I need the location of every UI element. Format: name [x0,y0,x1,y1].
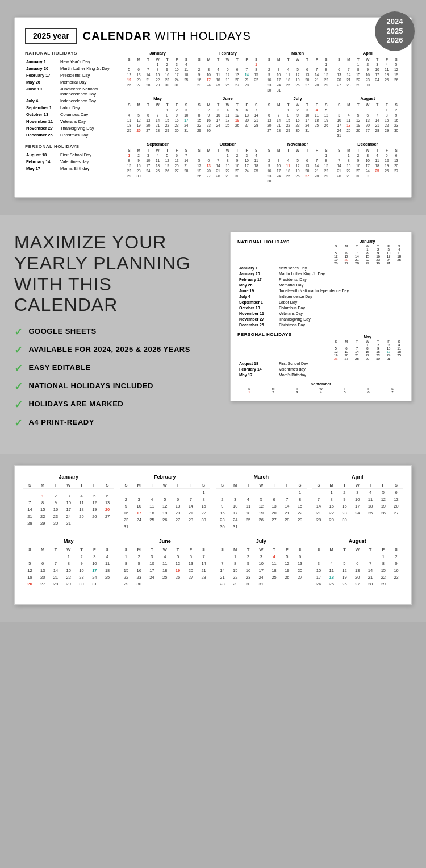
marketing-title: MAXIMIZE YOUR YEARLY PLANNING WITH THIS … [14,232,219,315]
check-icon: ✓ [14,362,23,375]
table-row: February 17Presidents' Day [25,72,119,78]
month-january: January SMTWTFS 1234 567891011 121314151… [124,51,191,93]
preview-pers-table: August 18First School Day February 14Val… [237,360,404,377]
holidays-sidebar: NATIONAL HOLIDAYS January 1New Year's Da… [25,51,119,187]
preview-may-cal: May SMTWTFS 123 45678910 11121314151617 … [331,335,404,360]
table-row: January 20Martin Luther King Jr. Day [237,271,404,276]
personal-holidays-table: August 18First School Day February 14Val… [25,151,119,172]
month-april: April SMTWTFS 12345 6789101112 131415161… [335,51,401,93]
card-header: 2025 year CALENDAR WITH HOLIDAYS [25,28,401,44]
year-label: 2025 year [25,28,77,44]
months-row-2: May SMTWTFS 123 45678910 11121314151617 … [124,96,401,138]
preview-jan-cal: January SMTWTFS 1234 567891011 121314151… [331,239,404,265]
calendar-grid: January SMTWTFS 1234 567891011 121314151… [124,51,401,187]
section-preview: 2024 2025 2026 2025 year CALENDAR WITH H… [0,0,426,215]
table-row: January 20Martin Luther King Jr. Day [25,65,119,72]
table-row: December 25Christmas Day [25,131,119,138]
full-month-june: June SMTWTFS 1234567 891011121314 151617… [120,538,211,587]
table-row: June 19Juneteenth National Independence … [25,85,119,97]
feature-item: ✓ NATIONAL HOLIDAYS INCLUDED [14,381,219,393]
month-june: June SMTWTFS 1234567 891011121314 151617… [194,96,261,138]
table-row: November 27Thanksgiving Day [25,124,119,131]
month-october: October SMTWTFS 1234 567891011 121314151… [194,142,261,184]
table-row: November 27Thanksgiving Day [237,316,404,322]
preview-sep-cal: September SMTWTFS 1234567 [237,382,404,394]
full-calendar-card: January SMTWTFS 1234 567891011 121314151… [14,465,412,605]
month-november: November SMTWTFS 1 2345678 9101112131415… [265,142,331,184]
table-row: January 1New Year's Day [25,58,119,65]
card-title: CALENDAR WITH HOLIDAYS [83,30,251,43]
months-row-3: September SMTWTFS 1234567 891011121314 1… [124,142,401,184]
feature-item: ✓ GOOGLE SHEETS [14,327,219,338]
full-month-april: April SMTWTFS 12345 6789101112 131415161… [312,474,403,530]
table-row: November 11Veterans Day [237,310,404,316]
table-row: January 1New Year's Day [237,265,404,271]
month-february: February SMTWTFS 1 2345678 9101112131415… [194,51,261,93]
personal-holidays-title: PERSONAL HOLIDAYS [25,144,119,149]
table-row: May 17Mom's Birthday [25,165,119,172]
preview-panel: January SMTWTFS 1234 567891011 121314151… [230,232,412,401]
table-row: December 25Christmas Day [237,322,404,327]
preview-nat-table: January 1New Year's Day January 20Martin… [237,265,404,327]
table-row: August 18First School Day [237,360,404,366]
table-row: February 17Presidents' Day [237,276,404,282]
features-list: ✓ GOOGLE SHEETS ✓ AVAILABLE FOR 2024, 20… [14,327,219,429]
card-body: NATIONAL HOLIDAYS January 1New Year's Da… [25,51,401,187]
month-august: August SMTWTFS 12 3456789 10111213141516… [335,96,401,138]
table-row: February 14Valentine's day [237,366,404,372]
marketing-text: MAXIMIZE YOUR YEARLY PLANNING WITH THIS … [14,232,219,436]
national-holidays-table: January 1New Year's Day January 20Martin… [25,58,119,138]
check-icon: ✓ [14,344,23,356]
table-row: May 26Memorial Day [25,78,119,85]
table-row: May 17Mom's Birthday [237,372,404,377]
full-row-2: May SMTWTFS 123 45678910 11121314151617 … [23,538,403,587]
table-row: September 1Labor Day [237,299,404,305]
table-row: May 26Memorial Day [237,282,404,288]
check-icon: ✓ [14,398,23,411]
table-row: September 1Labor Day [25,104,119,111]
table-row: November 11Veterans Day [25,118,119,124]
month-march: March SMTWTFS 1 2345678 9101112131415 16… [265,51,331,93]
preview-card: January SMTWTFS 1234 567891011 121314151… [230,232,412,401]
table-row: February 14Valentine's day [25,158,119,165]
table-row: October 13Columbus Day [237,305,404,310]
month-may: May SMTWTFS 123 45678910 11121314151617 … [124,96,191,138]
full-calendar-section: January SMTWTFS 1234 567891011 121314151… [0,454,426,622]
full-month-august: August SMTWTFS 12 3456789 10111213141516… [312,538,403,587]
month-september: September SMTWTFS 1234567 891011121314 1… [124,142,191,184]
check-icon: ✓ [14,380,23,393]
check-icon: ✓ [14,417,23,429]
check-icon: ✓ [14,326,23,338]
marketing-section: MAXIMIZE YOUR YEARLY PLANNING WITH THIS … [0,215,426,454]
feature-item: ✓ EASY EDITABLE [14,363,219,375]
full-month-march: March SMTWTFS 1 2345678 9101112131415 16… [216,474,307,530]
year-badge: 2024 2025 2026 [375,11,415,51]
table-row: October 13Columbus Day [25,111,119,118]
feature-item: ✓ AVAILABLE FOR 2024, 2025 & 2026 YEARS [14,345,219,356]
month-july: July SMTWTFS 12345 6789101112 1314151617… [265,96,331,138]
months-row-1: January SMTWTFS 1234 567891011 121314151… [124,51,401,93]
feature-item: ✓ HOLIDAYS ARE MARKED [14,400,219,411]
table-row: June 19Juneteenth National Independence … [237,288,404,293]
full-month-july: July SMTWTFS 12345 6789101112 1314151617… [216,538,307,587]
full-row-1: January SMTWTFS 1234 567891011 121314151… [23,474,403,530]
full-month-february: February SMTWTFS 1 2345678 9101112131415… [120,474,211,530]
feature-item: ✓ A4 PRINT-READY [14,418,219,429]
month-december: December SMTWTFS 123456 78910111213 1415… [335,142,401,184]
national-holidays-title: NATIONAL HOLIDAYS [25,51,119,56]
full-month-may: May SMTWTFS 123 45678910 11121314151617 … [23,538,114,587]
table-row: July 4Independence Day [237,293,404,299]
full-month-january: January SMTWTFS 1234 567891011 121314151… [23,474,114,530]
table-row: July 4Independence Day [25,97,119,104]
table-row: August 18First School Day [25,151,119,158]
calendar-preview-card: 2025 year CALENDAR WITH HOLIDAYS NATIONA… [14,17,412,198]
